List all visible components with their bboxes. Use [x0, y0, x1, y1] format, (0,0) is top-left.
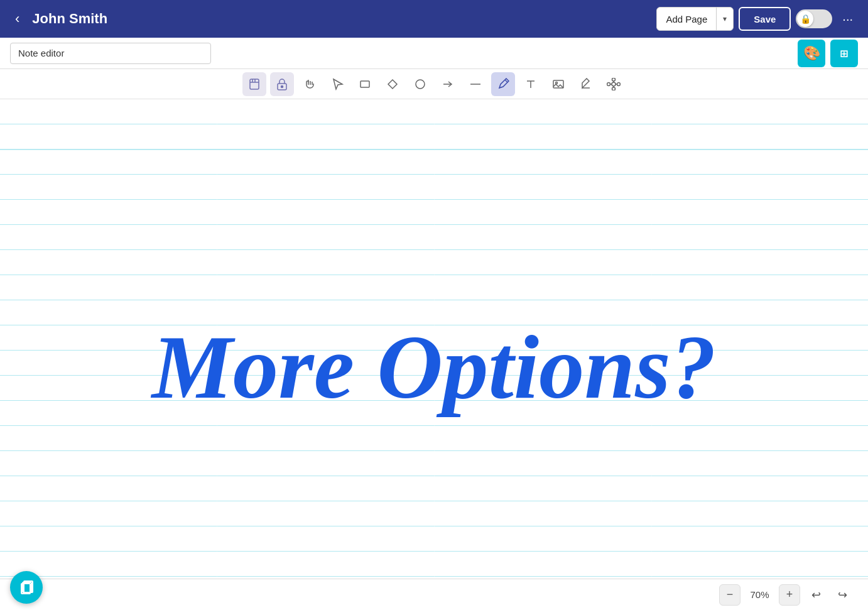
- svg-rect-28: [0, 99, 868, 579]
- save-button[interactable]: Save: [739, 7, 791, 31]
- select-tool[interactable]: [325, 72, 349, 96]
- palette-button[interactable]: 🎨: [798, 40, 825, 67]
- svg-rect-0: [250, 79, 259, 89]
- note-editor-right-buttons: 🎨 ⊞: [798, 40, 858, 67]
- add-page-button[interactable]: Add Page ▾: [656, 7, 734, 31]
- zoom-in-icon: +: [786, 588, 793, 601]
- page-title: John Smith: [32, 11, 649, 27]
- svg-point-19: [617, 82, 621, 85]
- zoom-level: 70%: [746, 589, 774, 600]
- svg-point-8: [416, 80, 425, 89]
- arrow-tool[interactable]: [436, 72, 460, 96]
- eraser-tool[interactable]: [574, 72, 598, 96]
- zoom-out-icon: −: [727, 588, 734, 601]
- more-options-button[interactable]: ···: [837, 9, 858, 29]
- back-button[interactable]: ‹: [10, 8, 24, 30]
- toolbar: [0, 69, 868, 99]
- circle-tool[interactable]: [408, 72, 432, 96]
- sticky-note-tool[interactable]: [242, 72, 266, 96]
- add-page-label: Add Page: [657, 8, 717, 30]
- header-right: Add Page ▾ Save 🔒 ···: [656, 7, 858, 31]
- add-page-dropdown-arrow[interactable]: ▾: [717, 8, 733, 30]
- rectangle-tool[interactable]: [353, 72, 377, 96]
- zoom-out-button[interactable]: −: [719, 584, 741, 606]
- undo-button[interactable]: ↩: [805, 584, 827, 606]
- svg-line-11: [505, 80, 507, 82]
- text-tool[interactable]: [519, 72, 543, 96]
- grid-button[interactable]: ⊞: [830, 40, 858, 67]
- svg-marker-7: [388, 80, 397, 89]
- svg-point-20: [612, 78, 616, 81]
- canvas-area[interactable]: More Options?: [0, 99, 868, 579]
- svg-point-18: [607, 82, 610, 85]
- zoom-in-button[interactable]: +: [779, 584, 800, 606]
- redo-button[interactable]: ↪: [832, 584, 853, 606]
- palette-icon: 🎨: [803, 45, 820, 62]
- main-content: 🎨 ⊞: [0, 38, 868, 610]
- header: ‹ John Smith Add Page ▾ Save 🔒 ···: [0, 0, 868, 38]
- bottom-bar: − 70% + ↩ ↪: [0, 579, 868, 610]
- grid-icon: ⊞: [840, 46, 848, 61]
- svg-point-17: [612, 82, 616, 86]
- pen-tool[interactable]: [491, 72, 515, 96]
- hand-tool[interactable]: [298, 72, 322, 96]
- note-editor-input[interactable]: [10, 43, 211, 64]
- svg-point-5: [281, 85, 283, 87]
- lock-tool[interactable]: [270, 72, 294, 96]
- line-tool[interactable]: [464, 72, 487, 96]
- image-tool[interactable]: [546, 72, 570, 96]
- svg-rect-6: [361, 81, 369, 87]
- note-editor-bar: 🎨 ⊞: [0, 38, 868, 69]
- lock-toggle-knob: 🔒: [797, 11, 813, 27]
- lined-paper: More Options?: [0, 99, 868, 579]
- undo-icon: ↩: [811, 588, 821, 602]
- diamond-tool[interactable]: [381, 72, 404, 96]
- pages-button[interactable]: [10, 571, 43, 604]
- diagram-tool[interactable]: [602, 72, 626, 96]
- lock-toggle[interactable]: 🔒: [796, 9, 832, 28]
- redo-icon: ↪: [838, 588, 847, 602]
- svg-point-21: [612, 87, 616, 90]
